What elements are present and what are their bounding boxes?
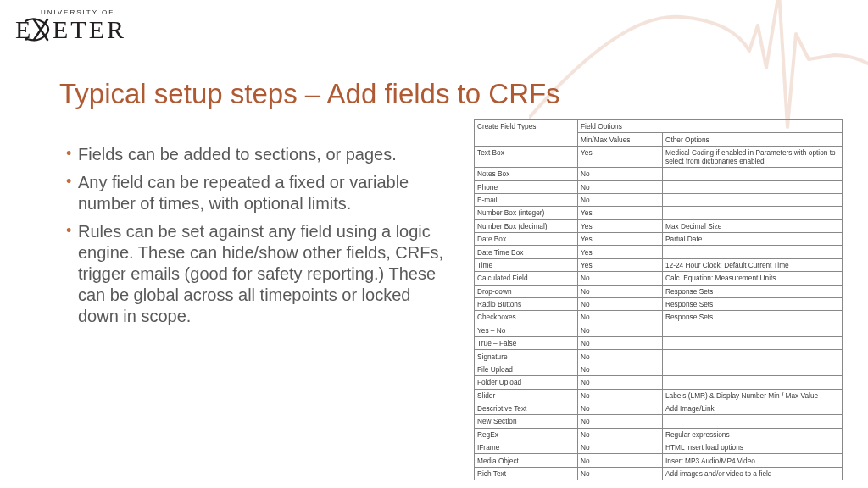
table-cell: Signature: [475, 350, 578, 363]
table-cell: No: [578, 389, 663, 402]
table-cell: [663, 350, 843, 363]
table-row: Media ObjectNoInsert MP3 Audio/MP4 Video: [475, 454, 843, 467]
table-cell: E-mail: [475, 193, 578, 206]
table-cell: No: [578, 454, 663, 467]
table-cell: [663, 246, 843, 258]
table-cell: Media Object: [475, 454, 578, 467]
table-cell: Text Box: [475, 146, 578, 167]
table-row: CheckboxesNoResponse Sets: [475, 311, 843, 324]
table-cell: Yes: [578, 146, 663, 167]
table-row: File UploadNo: [475, 363, 843, 375]
table-cell: Labels (LMR) & Display Number Min / Max …: [663, 389, 843, 402]
bullet-list: Fields can be added to sections, or page…: [66, 144, 448, 334]
logo-wordmark: E ETER: [15, 14, 138, 45]
table-cell: Notes Box: [475, 168, 578, 180]
table-cell: No: [578, 415, 663, 428]
university-logo: UNIVERSITY OF E ETER: [15, 8, 138, 45]
table-cell: Partial Date: [663, 233, 843, 246]
table-cell: Date Time Box: [475, 246, 578, 258]
table-row: Radio ButtonsNoResponse Sets: [475, 297, 843, 310]
table-cell: [663, 168, 843, 180]
table-cell: No: [578, 285, 663, 297]
table-row: Drop-downNoResponse Sets: [475, 285, 843, 297]
table-row: E-mailNo: [475, 193, 843, 206]
table-row: Rich TextNoAdd images and/or video to a …: [475, 467, 843, 480]
table-cell: File Upload: [475, 363, 578, 375]
table-cell: No: [578, 402, 663, 414]
list-item: Rules can be set against any field using…: [66, 221, 448, 327]
table-header-cell: Other Options: [663, 133, 843, 146]
table-cell: No: [578, 324, 663, 336]
table-cell: No: [578, 441, 663, 454]
table-cell: No: [578, 311, 663, 324]
table-cell: Date Box: [475, 233, 578, 246]
table-cell: [663, 376, 843, 389]
table-cell: RegEx: [475, 428, 578, 441]
table-cell: Calculated Field: [475, 272, 578, 285]
table-cell: Max Decimal Size: [663, 219, 843, 232]
table-row: Yes – NoNo: [475, 324, 843, 336]
table-row: PhoneNo: [475, 180, 843, 193]
table-cell: Time: [475, 258, 578, 271]
table-cell: Add Image/Link: [663, 402, 843, 414]
table-header-cell: Create Field Types: [475, 120, 578, 147]
table-row: TimeYes12-24 Hour Clock; Default Current…: [475, 258, 843, 271]
table-cell: Folder Upload: [475, 376, 578, 389]
table-cell: True – False: [475, 337, 578, 350]
table-cell: Response Sets: [663, 285, 843, 297]
table-cell: Yes: [578, 207, 663, 219]
table-cell: [663, 363, 843, 375]
table-row: Text BoxYesMedical Coding if enabled in …: [475, 146, 843, 167]
table-cell: No: [578, 193, 663, 206]
table-cell: Descriptive Text: [475, 402, 578, 414]
svg-text:ETER: ETER: [53, 15, 126, 43]
svg-point-1: [25, 37, 28, 41]
table-cell: No: [578, 180, 663, 193]
table-cell: Calc. Equation: Measurement Units: [663, 272, 843, 285]
table-cell: IFrame: [475, 441, 578, 454]
table-cell: No: [578, 337, 663, 350]
table-cell: Add images and/or video to a field: [663, 467, 843, 480]
table-row: Date Time BoxYes: [475, 246, 843, 258]
table-cell: Yes: [578, 233, 663, 246]
table-cell: Slider: [475, 389, 578, 402]
field-types-table: Create Field Types Field Options Min/Max…: [474, 119, 843, 480]
table-cell: No: [578, 363, 663, 375]
table-cell: No: [578, 467, 663, 480]
table-cell: No: [578, 297, 663, 310]
table-row: Date BoxYesPartial Date: [475, 233, 843, 246]
table-cell: [663, 193, 843, 206]
table-cell: Yes: [578, 219, 663, 232]
table-cell: Drop-down: [475, 285, 578, 297]
table-cell: Insert MP3 Audio/MP4 Video: [663, 454, 843, 467]
table-cell: No: [578, 376, 663, 389]
table-row: Descriptive TextNoAdd Image/Link: [475, 402, 843, 414]
table-cell: No: [578, 350, 663, 363]
table-cell: [663, 337, 843, 350]
table-cell: Response Sets: [663, 311, 843, 324]
table-row: Folder UploadNo: [475, 376, 843, 389]
table-cell: Number Box (integer): [475, 207, 578, 219]
table-cell: Yes – No: [475, 324, 578, 336]
table-cell: Radio Buttons: [475, 297, 578, 310]
table-cell: Yes: [578, 246, 663, 258]
table-cell: No: [578, 272, 663, 285]
table-cell: [663, 415, 843, 428]
table-cell: [663, 207, 843, 219]
table-cell: Yes: [578, 258, 663, 271]
table-row: SliderNoLabels (LMR) & Display Number Mi…: [475, 389, 843, 402]
table-row: SignatureNo: [475, 350, 843, 363]
table-cell: New Section: [475, 415, 578, 428]
table-cell: Checkboxes: [475, 311, 578, 324]
table-cell: No: [578, 168, 663, 180]
table-row: IFrameNoHTML insert load options: [475, 441, 843, 454]
table-cell: No: [578, 428, 663, 441]
table-cell: [663, 324, 843, 336]
list-item: Any field can be repeated a fixed or var…: [66, 172, 448, 214]
table-header-row: Create Field Types Field Options: [475, 120, 843, 133]
table-cell: [663, 180, 843, 193]
table-row: New SectionNo: [475, 415, 843, 428]
table-cell: 12-24 Hour Clock; Default Current Time: [663, 258, 843, 271]
table-row: Notes BoxNo: [475, 168, 843, 180]
table-cell: Rich Text: [475, 467, 578, 480]
